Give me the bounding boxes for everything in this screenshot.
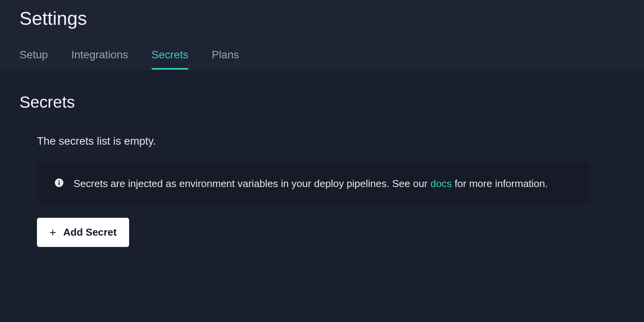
tab-secrets[interactable]: Secrets (152, 49, 189, 70)
plus-icon: + (49, 227, 56, 238)
info-text: Secrets are injected as environment vari… (74, 177, 548, 191)
tab-plans[interactable]: Plans (212, 49, 239, 70)
page-title: Settings (19, 8, 625, 29)
add-secret-button[interactable]: + Add Secret (37, 218, 129, 247)
info-box: Secrets are injected as environment vari… (37, 163, 590, 204)
header-section: Settings Setup Integrations Secrets Plan… (0, 0, 644, 70)
section-title: Secrets (19, 93, 625, 112)
docs-link[interactable]: docs (430, 178, 452, 189)
info-text-before: Secrets are injected as environment vari… (74, 178, 430, 189)
tab-setup[interactable]: Setup (19, 49, 48, 70)
content-section: Secrets The secrets list is empty. Secre… (0, 70, 644, 247)
info-text-after: for more information. (452, 178, 548, 189)
info-icon (54, 178, 64, 187)
svg-point-1 (58, 180, 60, 181)
add-secret-label: Add Secret (63, 226, 117, 238)
empty-state-message: The secrets list is empty. (37, 135, 625, 147)
svg-rect-2 (59, 182, 60, 185)
tabs-nav: Setup Integrations Secrets Plans (19, 49, 625, 70)
tab-integrations[interactable]: Integrations (71, 49, 128, 70)
